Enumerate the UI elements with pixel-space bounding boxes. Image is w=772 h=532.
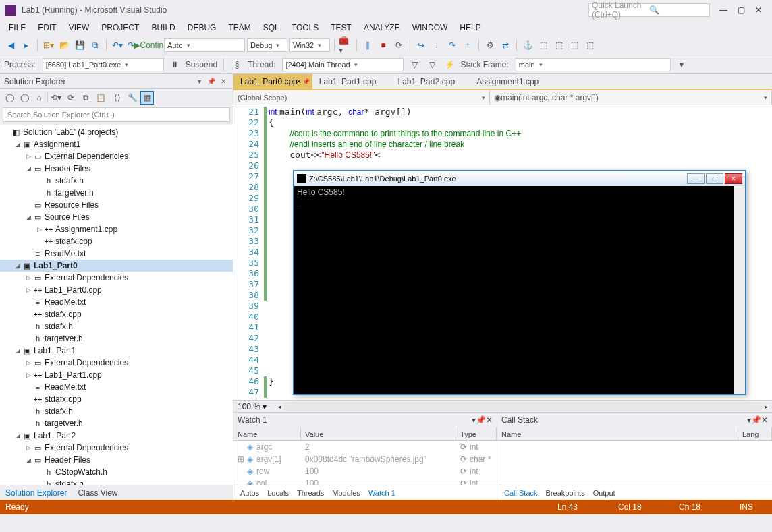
panel-close-icon[interactable]: ✕ bbox=[486, 415, 493, 425]
x4-icon[interactable]: ⬚ bbox=[583, 38, 597, 52]
f2-icon[interactable]: ▽ bbox=[425, 58, 439, 71]
tree-node[interactable]: hstdafx.h bbox=[0, 405, 233, 417]
maximize-button[interactable]: ▢ bbox=[733, 3, 749, 17]
thread-icon[interactable]: § bbox=[230, 58, 244, 71]
tree-node[interactable]: ▷▭External Dependencies bbox=[0, 357, 233, 369]
tree-node[interactable]: ▷▭External Dependencies bbox=[0, 150, 233, 162]
se-copy-icon[interactable]: 📋 bbox=[94, 91, 107, 105]
undo-icon[interactable]: ↶▾ bbox=[111, 38, 124, 52]
tab-solution-explorer[interactable]: Solution Explorer bbox=[0, 485, 72, 500]
process-combo[interactable]: [6680] Lab1_Part0.exe bbox=[43, 58, 164, 71]
panel-tab[interactable]: Watch 1 bbox=[364, 485, 399, 500]
quick-launch-input[interactable]: Quick Launch (Ctrl+Q)🔍 bbox=[588, 3, 710, 17]
tree-node[interactable]: ▷++Assignment1.cpp bbox=[0, 223, 233, 235]
menu-sql[interactable]: SQL bbox=[257, 23, 285, 32]
console-close-button[interactable]: ✕ bbox=[725, 173, 742, 184]
x3-icon[interactable]: ⬚ bbox=[568, 38, 581, 52]
solution-tree[interactable]: ◧Solution 'Lab1' (4 projects)◢▣Assignmen… bbox=[0, 125, 233, 485]
menu-view[interactable]: VIEW bbox=[63, 23, 96, 32]
tree-node[interactable]: ◢▭Source Files bbox=[0, 211, 233, 223]
editor-tab[interactable]: Assignment1.cpp bbox=[470, 74, 553, 89]
hex-icon[interactable]: ⚙ bbox=[483, 38, 497, 52]
back-icon[interactable]: ◀ bbox=[4, 38, 18, 52]
show-next-icon[interactable]: ↪ bbox=[414, 38, 428, 52]
menu-project[interactable]: PROJECT bbox=[95, 23, 145, 32]
tree-node[interactable]: htargetver.h bbox=[0, 187, 233, 199]
se-properties-icon[interactable]: 🔧 bbox=[126, 91, 139, 105]
tree-node[interactable]: ▷++Lab1_Part1.cpp bbox=[0, 369, 233, 381]
console-window[interactable]: Z:\CS585\Lab1\Lab1\Debug\Lab1_Part0.exe … bbox=[293, 170, 746, 395]
menu-build[interactable]: BUILD bbox=[145, 23, 181, 32]
config-combo-3[interactable]: Win32 bbox=[290, 38, 330, 52]
config-combo-2[interactable]: Debug bbox=[247, 38, 287, 52]
tree-node[interactable]: ≡ReadMe.txt bbox=[0, 381, 233, 393]
panel-tab[interactable]: Breakpoints bbox=[542, 485, 589, 500]
tree-node[interactable]: ◢▭Header Files bbox=[0, 454, 233, 466]
menu-team[interactable]: TEAM bbox=[222, 23, 256, 32]
tree-node[interactable]: ▷++Lab1_Part0.cpp bbox=[0, 284, 233, 296]
step-over-icon[interactable]: ↷ bbox=[445, 38, 459, 52]
save-icon[interactable]: 💾 bbox=[73, 38, 86, 52]
solution-explorer-search[interactable] bbox=[3, 107, 230, 123]
panel-dropdown-icon[interactable]: ▾ bbox=[194, 76, 204, 87]
f1-icon[interactable]: ▽ bbox=[408, 58, 421, 71]
tree-node[interactable]: ++stdafx.cpp bbox=[0, 308, 233, 320]
callstack-col-lang[interactable]: Lang bbox=[738, 427, 772, 440]
panel-pin-icon[interactable]: 📌 bbox=[476, 415, 486, 425]
tree-node[interactable]: hstdafx.h bbox=[0, 320, 233, 332]
horizontal-scrollbar[interactable] bbox=[284, 402, 762, 411]
watch-row[interactable]: ◈argc2⟳int bbox=[233, 441, 497, 453]
code-editor[interactable]: 2122232425262728293031323334353637383940… bbox=[233, 105, 772, 400]
f3-icon[interactable]: ⚡ bbox=[443, 58, 456, 71]
tree-node[interactable]: ◢▣Lab1_Part1 bbox=[0, 345, 233, 357]
panel-pin-icon[interactable]: 📌 bbox=[206, 76, 217, 87]
se-scope-icon[interactable]: ⟨⟩ bbox=[111, 91, 124, 105]
se-sync-icon[interactable]: ⟲▾ bbox=[49, 91, 63, 105]
se-showall-icon[interactable]: ▦ bbox=[140, 91, 154, 105]
tree-node[interactable]: hstdafx.h bbox=[0, 175, 233, 187]
panel-pin-icon[interactable]: 📌 bbox=[751, 415, 761, 425]
menu-edit[interactable]: EDIT bbox=[32, 23, 62, 32]
open-file-icon[interactable]: 📂 bbox=[57, 38, 71, 52]
panel-tab[interactable]: Locals bbox=[263, 485, 293, 500]
stackframe-combo[interactable]: main bbox=[516, 58, 671, 71]
tree-node[interactable]: ◢▣Lab1_Part2 bbox=[0, 430, 233, 442]
panel-close-icon[interactable]: ✕ bbox=[761, 415, 768, 425]
close-button[interactable]: ✕ bbox=[750, 3, 767, 17]
tree-node[interactable]: htargetver.h bbox=[0, 417, 233, 430]
tree-node[interactable]: ◢▭Header Files bbox=[0, 162, 233, 175]
console-titlebar[interactable]: Z:\CS585\Lab1\Lab1\Debug\Lab1_Part0.exe … bbox=[294, 171, 745, 186]
watch-grid[interactable]: Name Value Type ◈argc2⟳int⊞◈argv[1]0x008… bbox=[233, 427, 497, 485]
forward-icon[interactable]: ▸ bbox=[20, 38, 33, 52]
panel-tab[interactable]: Autos bbox=[236, 485, 263, 500]
editor-tab[interactable]: Lab1_Part0.cpp📌✕ bbox=[233, 74, 312, 89]
tree-node[interactable]: ▷▭External Dependencies bbox=[0, 272, 233, 284]
menu-window[interactable]: WINDOW bbox=[406, 23, 454, 32]
scope-combo[interactable]: (Global Scope) bbox=[233, 90, 490, 105]
tree-node[interactable]: ▷▭External Dependencies bbox=[0, 442, 233, 454]
watch-row[interactable]: ⊞◈argv[1]0x008fd4dc "rainbowSpheres.jpg"… bbox=[233, 453, 497, 465]
step-out-icon[interactable]: ↑ bbox=[461, 38, 474, 52]
tree-node[interactable]: hCStopWatch.h bbox=[0, 466, 233, 478]
tree-node[interactable]: ◢▣Assignment1 bbox=[0, 138, 233, 150]
tree-node[interactable]: ++stdafx.cpp bbox=[0, 235, 233, 247]
console-scrollbar[interactable] bbox=[734, 186, 745, 394]
menu-debug[interactable]: DEBUG bbox=[182, 23, 223, 32]
tree-node[interactable]: ◧Solution 'Lab1' (4 projects) bbox=[0, 126, 233, 138]
se-collapse-icon[interactable]: ⧉ bbox=[79, 91, 92, 105]
tab-class-view[interactable]: Class View bbox=[72, 485, 123, 500]
panel-tab[interactable]: Threads bbox=[293, 485, 328, 500]
callstack-grid[interactable]: Name Lang bbox=[497, 427, 772, 485]
thread-combo[interactable]: [2404] Main Thread bbox=[282, 58, 404, 71]
pause-icon[interactable]: ∥ bbox=[361, 38, 375, 52]
new-project-icon[interactable]: ⊞▾ bbox=[42, 38, 55, 52]
stop-icon[interactable]: ■ bbox=[377, 38, 390, 52]
panel-tab[interactable]: Modules bbox=[328, 485, 364, 500]
suspend-icon[interactable]: ⏸ bbox=[168, 58, 182, 71]
x1-icon[interactable]: ⬚ bbox=[536, 38, 550, 52]
watch-col-name[interactable]: Name bbox=[233, 427, 301, 440]
callstack-col-name[interactable]: Name bbox=[497, 427, 738, 440]
tree-node[interactable]: ◢▣Lab1_Part0 bbox=[0, 260, 233, 272]
menu-analyze[interactable]: ANALYZE bbox=[358, 23, 406, 32]
intellitrace-icon[interactable]: ⇄ bbox=[499, 38, 512, 52]
